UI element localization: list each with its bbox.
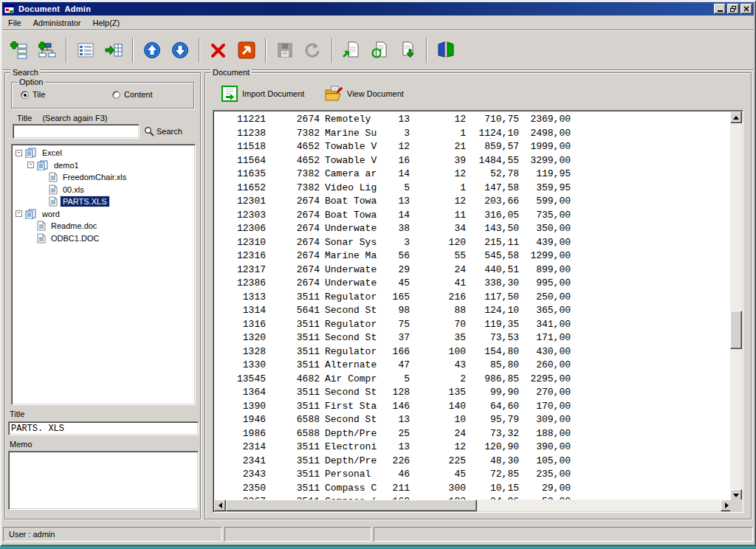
import-document-label: Import Document — [242, 89, 304, 98]
search-button[interactable]: Search — [144, 124, 182, 139]
minimize-button[interactable] — [714, 4, 726, 14]
import-document-button[interactable] — [337, 35, 365, 65]
undo-button[interactable] — [299, 35, 327, 65]
view-document-panel-button[interactable]: View Document — [325, 83, 404, 104]
table-cell: 439,00 — [519, 236, 571, 250]
table-row[interactable]: 19466588Second St131095,79309,00 — [214, 413, 732, 427]
table-row[interactable]: 23433511Personal464572,85235,00 — [214, 468, 732, 482]
table-row[interactable]: 13133511Regulator165216117,50250,00 — [214, 291, 732, 305]
table-cell: 430,00 — [519, 345, 571, 359]
refresh-document-button[interactable] — [365, 35, 394, 65]
table-row[interactable]: 13203511Second St373573,53171,00 — [214, 331, 732, 345]
menu-help[interactable]: Help(Z) — [87, 16, 126, 30]
close-button[interactable] — [740, 4, 752, 14]
export-document-button[interactable] — [394, 35, 422, 65]
expand-toggle-icon[interactable]: - — [16, 210, 22, 217]
save-button[interactable] — [271, 35, 299, 65]
tree-item[interactable]: Readme.doc — [12, 220, 195, 232]
table-cell: 72,85 — [466, 468, 519, 482]
table-row[interactable]: 135454682Air Compr52986,852295,00 — [214, 373, 732, 387]
tree-view[interactable]: -Excel-demo1FreedomChair.xls00.xlsPARTS.… — [11, 144, 196, 405]
vertical-scrollbar[interactable] — [730, 111, 742, 501]
close-icon — [743, 6, 749, 12]
tree-item-label: Excel — [40, 148, 64, 158]
table-cell: 710,75 — [466, 113, 519, 127]
table-row[interactable]: 23143511Electroni1312120,90390,00 — [214, 441, 732, 455]
add-category-button[interactable] — [5, 35, 33, 65]
radio-content[interactable]: Content — [112, 90, 153, 99]
table-row[interactable]: 23503511Compass C21130010,1529,00 — [214, 482, 732, 496]
item-properties-button[interactable] — [72, 35, 100, 65]
document-grid[interactable]: 112212674Remotely1312710,752369,00112387… — [214, 111, 732, 501]
tree-item[interactable]: PARTS.XLS — [12, 196, 195, 208]
move-to-category-button[interactable] — [100, 35, 128, 65]
table-cell: 2674 — [266, 249, 320, 263]
table-row[interactable]: 13163511Regulator7570119,35341,00 — [214, 318, 732, 332]
table-row[interactable]: 123102674Sonar Sys3120215,11439,00 — [214, 236, 732, 250]
scroll-left-button[interactable] — [214, 500, 226, 511]
add-tree-item-button[interactable] — [33, 35, 61, 65]
table-row[interactable]: 112212674Remotely1312710,752369,00 — [214, 113, 732, 127]
table-row[interactable]: 123062674Underwate3834143,50350,00 — [214, 222, 732, 236]
scroll-up-button[interactable] — [730, 111, 742, 123]
table-row[interactable]: 13283511Regulator166100154,80430,00 — [214, 345, 732, 359]
table-cell: 12 — [410, 195, 466, 209]
table-row[interactable]: 123012674Boat Towa1312203,66599,00 — [214, 195, 732, 209]
table-row[interactable]: 19866588Depth/Pre252473,32188,00 — [214, 427, 732, 441]
vertical-scrollbar-thumb[interactable] — [730, 311, 742, 349]
search-input[interactable] — [13, 124, 140, 139]
add-category-icon — [10, 41, 28, 59]
menu-file[interactable]: File — [2, 16, 27, 30]
table-cell: 171,00 — [519, 331, 571, 345]
tree-item[interactable]: -demo1 — [12, 159, 195, 172]
table-cell: 735,00 — [519, 209, 571, 223]
delete-button[interactable] — [205, 35, 233, 65]
tree-item[interactable]: ODBC1.DOC — [12, 232, 195, 245]
table-cell: Regulator — [320, 291, 378, 305]
table-cell: 147,58 — [466, 182, 519, 196]
open-shortcut-button[interactable] — [233, 35, 261, 65]
detail-title-field[interactable] — [8, 421, 199, 435]
table-row[interactable]: 116357382Camera ar141252,78119,95 — [214, 168, 732, 182]
table-row[interactable]: 116527382Video Lig51147,58359,95 — [214, 182, 732, 196]
tree-item[interactable]: -word — [12, 208, 195, 221]
table-cell: 166 — [378, 345, 410, 359]
table-row[interactable]: 23413511Depth/Pre22622548,30105,00 — [214, 455, 732, 469]
table-cell: 3511 — [266, 468, 320, 482]
table-cell: 1 — [410, 127, 466, 141]
table-row[interactable]: 13303511Alternate474385,80260,00 — [214, 359, 732, 373]
import-document-panel-button[interactable]: Import Document — [221, 83, 304, 104]
tree-item[interactable]: FreedomChair.xls — [12, 171, 195, 184]
table-cell: Second St — [320, 386, 378, 400]
table-cell: Underwate — [320, 263, 378, 277]
table-row[interactable]: 115644652Towable V16391484,553299,00 — [214, 154, 732, 168]
table-row[interactable]: 123172674Underwate2924440,51899,00 — [214, 263, 732, 277]
table-cell: 1320 — [214, 331, 266, 345]
table-row[interactable]: 13643511Second St12813599,90270,00 — [214, 386, 732, 400]
move-up-button[interactable] — [138, 35, 166, 65]
radio-title[interactable]: Tile — [21, 90, 45, 99]
table-row[interactable]: 13145641Second St9888124,10365,00 — [214, 304, 732, 318]
table-cell: 2343 — [214, 468, 266, 482]
expand-toggle-icon[interactable]: - — [27, 162, 34, 168]
table-row[interactable]: 123162674Marine Ma5655545,581299,00 — [214, 249, 732, 263]
table-cell: 3511 — [266, 386, 320, 400]
table-row[interactable]: 123862674Underwate4541338,30995,00 — [214, 277, 732, 291]
move-down-button[interactable] — [166, 35, 194, 65]
exit-button[interactable] — [432, 35, 460, 65]
table-row[interactable]: 13903511First Sta14614064,60170,00 — [214, 400, 732, 414]
table-row[interactable]: 123032674Boat Towa1411316,05735,00 — [214, 209, 732, 223]
memo-field[interactable] — [8, 451, 199, 510]
horizontal-scrollbar[interactable] — [214, 500, 732, 511]
horizontal-scrollbar-thumb[interactable] — [226, 500, 477, 511]
table-row[interactable]: 115184652Towable V1221859,571999,00 — [214, 140, 732, 154]
menu-administrator[interactable]: Administrator — [27, 16, 87, 30]
table-cell: 2295,00 — [519, 373, 571, 387]
restore-button[interactable] — [727, 4, 739, 14]
import-document-panel-icon — [221, 86, 238, 102]
table-row[interactable]: 112387382Marine Su311124,102498,00 — [214, 127, 732, 141]
tree-item[interactable]: -Excel — [12, 147, 195, 159]
tree-item[interactable]: 00.xls — [12, 184, 195, 196]
expand-toggle-icon[interactable]: - — [16, 150, 22, 156]
table-cell: 13545 — [214, 373, 266, 387]
